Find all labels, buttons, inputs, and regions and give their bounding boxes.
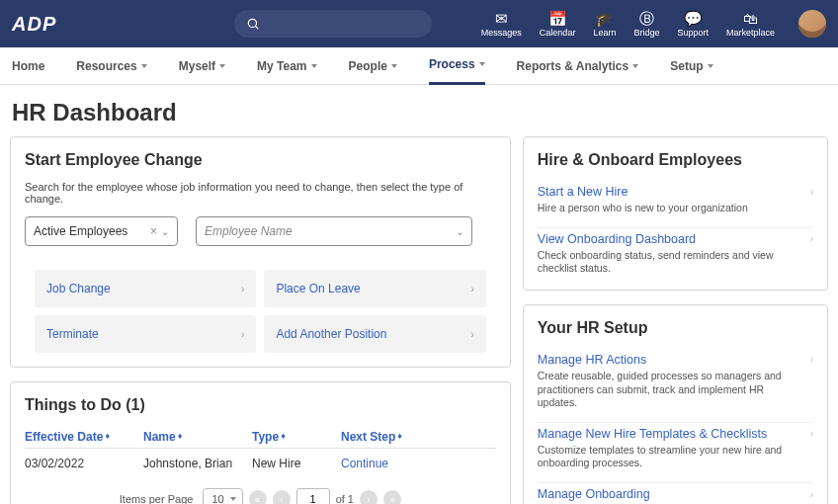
link-label: Start a New Hire	[538, 185, 628, 199]
col-label: Effective Date	[25, 430, 103, 444]
bridge-icon: Ⓑ	[639, 11, 654, 26]
card-title: Hire & Onboard Employees	[538, 151, 813, 169]
nav-label: Process	[429, 57, 475, 71]
sort-icon: ♦	[105, 434, 110, 439]
chevron-right-icon: ›	[810, 428, 813, 439]
user-avatar[interactable]	[798, 10, 826, 38]
manage-hr-actions-link[interactable]: Manage HR Actions›	[538, 353, 813, 367]
select-placeholder: Employee Name	[205, 224, 293, 238]
top-icons: ✉Messages 📅Calendar 🎓Learn ⒷBridge 💬Supp…	[481, 10, 826, 38]
top-icon-learn[interactable]: 🎓Learn	[593, 11, 616, 38]
svg-line-1	[256, 27, 259, 30]
top-icon-bridge[interactable]: ⒷBridge	[633, 11, 659, 38]
view-onboarding-dashboard-link[interactable]: View Onboarding Dashboard›	[538, 232, 813, 246]
chevron-down-icon	[391, 64, 397, 68]
action-terminate[interactable]: Terminate›	[35, 315, 256, 353]
chevron-right-icon: ›	[810, 489, 813, 500]
pager-of-label: of 1	[336, 493, 354, 504]
chevron-down-icon	[141, 64, 147, 68]
start-new-hire-link[interactable]: Start a New Hire›	[538, 185, 813, 199]
list-item: Manage New Hire Templates & Checklists› …	[538, 423, 813, 483]
cell-type: New Hire	[252, 457, 341, 470]
nav-label: Setup	[670, 59, 703, 73]
nav-reports[interactable]: Reports & Analytics	[517, 47, 639, 85]
things-to-do-card: Things to Do (1) Effective Date♦ Name♦ T…	[10, 381, 511, 504]
top-icon-support[interactable]: 💬Support	[677, 11, 709, 38]
search-icon	[246, 17, 260, 31]
top-icon-messages[interactable]: ✉Messages	[481, 11, 522, 38]
nav-myself[interactable]: Myself	[179, 47, 225, 85]
mail-icon: ✉	[495, 11, 508, 26]
nav-myteam[interactable]: My Team	[257, 47, 316, 85]
chevron-down-icon	[219, 64, 225, 68]
card-title: Your HR Setup	[538, 319, 813, 337]
continue-link[interactable]: Continue	[341, 457, 388, 470]
learn-icon: 🎓	[595, 11, 614, 26]
table-row: 03/02/2022 Johnstone, Brian New Hire Con…	[25, 449, 496, 478]
nav-bar: Home Resources Myself My Team People Pro…	[0, 47, 838, 85]
col-header-step[interactable]: Next Step♦	[341, 430, 460, 444]
action-add-position[interactable]: Add Another Position›	[264, 315, 485, 353]
content: Start Employee Change Search for the emp…	[0, 136, 838, 504]
top-icon-marketplace[interactable]: 🛍Marketplace	[726, 11, 775, 38]
link-desc: Hire a person who is new to your organiz…	[538, 202, 813, 215]
action-job-change[interactable]: Job Change›	[35, 270, 256, 307]
marketplace-icon: 🛍	[743, 11, 758, 26]
link-label: View Onboarding Dashboard	[538, 232, 696, 246]
nav-people[interactable]: People	[349, 47, 397, 85]
pager-last[interactable]: »	[383, 490, 401, 504]
employee-name-select[interactable]: Employee Name ⌄	[196, 216, 472, 246]
card-title: Things to Do (1)	[25, 396, 496, 414]
page-title: HR Dashboard	[0, 85, 838, 136]
employee-filter-select[interactable]: Active Employees × ⌄	[25, 216, 178, 246]
nav-home[interactable]: Home	[12, 47, 44, 85]
col-label: Type	[252, 430, 279, 444]
pager-page-input[interactable]	[296, 488, 330, 504]
col-header-type[interactable]: Type♦	[252, 430, 341, 444]
nav-label: Resources	[76, 59, 136, 73]
link-label: Manage Onboarding	[538, 487, 650, 501]
chevron-right-icon: ›	[810, 233, 813, 244]
action-label: Job Change	[46, 282, 111, 295]
hire-onboard-card: Hire & Onboard Employees Start a New Hir…	[523, 136, 828, 291]
action-place-on-leave[interactable]: Place On Leave›	[264, 270, 485, 307]
clear-icon[interactable]: ×	[150, 224, 157, 238]
top-icon-label: Support	[677, 28, 709, 38]
nav-resources[interactable]: Resources	[76, 47, 146, 85]
chevron-right-icon: ›	[241, 284, 244, 294]
manage-new-hire-templates-link[interactable]: Manage New Hire Templates & Checklists›	[538, 427, 813, 441]
top-icon-calendar[interactable]: 📅Calendar	[540, 11, 576, 38]
col-header-date[interactable]: Effective Date♦	[25, 430, 143, 444]
chevron-down-icon: ⌄	[161, 226, 169, 237]
helper-text: Search for the employee whose job inform…	[25, 181, 496, 205]
top-icon-label: Marketplace	[726, 28, 775, 38]
sort-icon: ♦	[178, 434, 183, 439]
pager-next[interactable]: ›	[360, 490, 377, 504]
link-label: Manage HR Actions	[538, 353, 646, 367]
col-header-name[interactable]: Name♦	[143, 430, 252, 444]
brand-logo[interactable]: ADP	[12, 13, 56, 36]
pager-first[interactable]: «	[249, 490, 267, 504]
top-icon-label: Learn	[593, 28, 616, 38]
pager-prev[interactable]: ‹	[273, 490, 291, 504]
nav-setup[interactable]: Setup	[670, 47, 712, 85]
ipp-select[interactable]: 10	[203, 488, 242, 504]
manage-onboarding-link[interactable]: Manage Onboarding›	[538, 487, 813, 501]
ipp-label: Items per Page	[120, 493, 194, 504]
pager: Items per Page 10 « ‹ of 1 › »	[25, 488, 496, 504]
nav-process[interactable]: Process	[429, 47, 485, 85]
action-label: Place On Leave	[276, 282, 360, 295]
chevron-down-icon	[632, 64, 638, 68]
chevron-right-icon: ›	[810, 187, 813, 198]
nav-label: My Team	[257, 59, 306, 73]
chevron-right-icon: ›	[470, 329, 473, 340]
svg-point-0	[249, 19, 257, 27]
list-item: Manage Onboarding› Add or edit onboardin…	[538, 483, 813, 504]
search-input[interactable]	[234, 10, 432, 38]
list-item: Start a New Hire› Hire a person who is n…	[538, 181, 813, 228]
nav-label: Reports & Analytics	[517, 59, 629, 73]
start-employee-change-card: Start Employee Change Search for the emp…	[10, 136, 511, 368]
top-icon-label: Bridge	[633, 28, 659, 38]
col-label: Name	[143, 430, 176, 444]
top-icon-label: Calendar	[540, 28, 576, 38]
